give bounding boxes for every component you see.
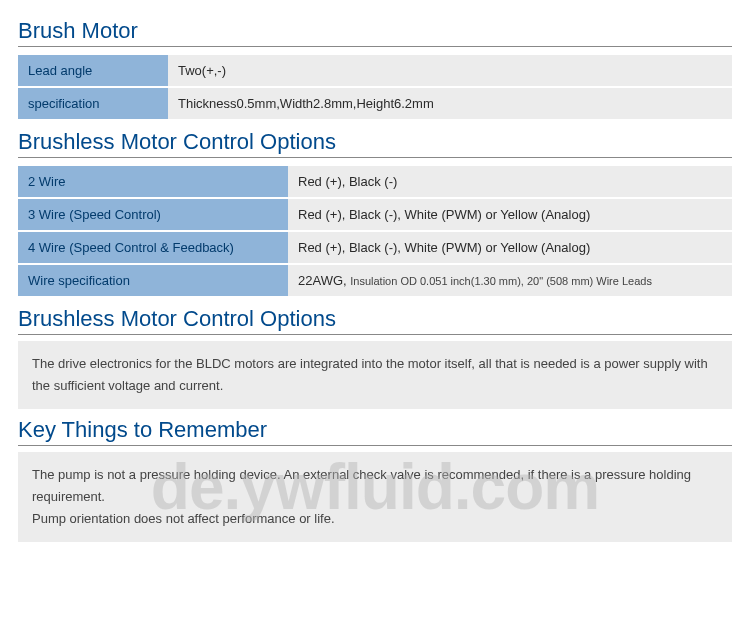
section-title-brushless-options-2: Brushless Motor Control Options — [18, 306, 732, 335]
spec-sub: Insulation OD 0.051 inch(1.30 mm), 20" (… — [350, 275, 652, 287]
label-cell: Wire specification — [18, 265, 288, 296]
value-cell: Red (+), Black (-), White (PWM) or Yello… — [288, 232, 732, 263]
value-cell: Two(+,-) — [168, 55, 732, 86]
table-row: 4 Wire (Speed Control & Feedback) Red (+… — [18, 232, 732, 263]
label-cell: specification — [18, 88, 168, 119]
label-cell: Lead angle — [18, 55, 168, 86]
value-cell: Thickness0.5mm,Width2.8mm,Height6.2mm — [168, 88, 732, 119]
brushless-options-text: The drive electronics for the BLDC motor… — [18, 341, 732, 409]
key-things-line-1: The pump is not a pressure holding devic… — [32, 464, 718, 508]
table-row: 3 Wire (Speed Control) Red (+), Black (-… — [18, 199, 732, 230]
value-cell: Red (+), Black (-), White (PWM) or Yello… — [288, 199, 732, 230]
table-row: Wire specification 22AWG, Insulation OD … — [18, 265, 732, 296]
value-cell: Red (+), Black (-) — [288, 166, 732, 197]
key-things-text: The pump is not a pressure holding devic… — [18, 452, 732, 542]
brushless-options-table: 2 Wire Red (+), Black (-) 3 Wire (Speed … — [18, 164, 732, 298]
brush-motor-table: Lead angle Two(+,-) specification Thickn… — [18, 53, 732, 121]
table-row: specification Thickness0.5mm,Width2.8mm,… — [18, 88, 732, 119]
value-cell: 22AWG, Insulation OD 0.051 inch(1.30 mm)… — [288, 265, 732, 296]
label-cell: 3 Wire (Speed Control) — [18, 199, 288, 230]
label-cell: 2 Wire — [18, 166, 288, 197]
spec-main: 22AWG, — [298, 273, 350, 288]
label-cell: 4 Wire (Speed Control & Feedback) — [18, 232, 288, 263]
section-title-key-things: Key Things to Remember — [18, 417, 732, 446]
section-title-brush-motor: Brush Motor — [18, 18, 732, 47]
key-things-line-2: Pump orientation does not affect perform… — [32, 508, 718, 530]
table-row: 2 Wire Red (+), Black (-) — [18, 166, 732, 197]
table-row: Lead angle Two(+,-) — [18, 55, 732, 86]
section-title-brushless-options: Brushless Motor Control Options — [18, 129, 732, 158]
